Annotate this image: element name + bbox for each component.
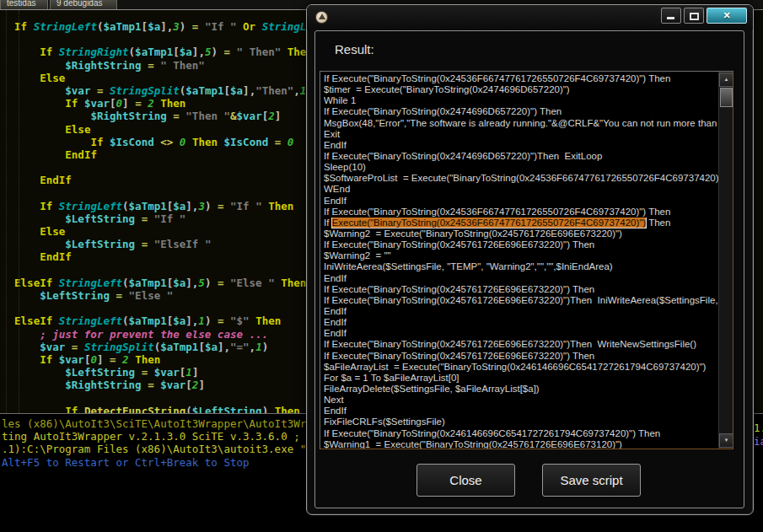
console-line: les (x86)\AutoIt3\SciTE\AutoIt3Wrapper\A… [2, 417, 331, 430]
scroll-down-button[interactable]: ▼ [719, 433, 733, 448]
result-line: FileArrayDelete($SettingsFile, $aFileArr… [324, 384, 718, 395]
up-arrow-icon: ▲ [724, 77, 729, 82]
dialog-panel: Result: If Execute("BinaryToString(0x245… [314, 30, 744, 508]
indent-guide [6, 10, 7, 413]
close-icon: ✕ [723, 10, 730, 20]
result-line: EndIf [324, 196, 718, 207]
result-line: If Execute("BinaryToString(0x2474696D657… [324, 106, 718, 117]
result-line: EndIf [324, 306, 718, 317]
result-line: EndIf [324, 406, 718, 416]
result-line: FixFileCRLFs($SettingsFile) [324, 416, 718, 427]
result-line: EndIf [324, 328, 718, 339]
result-line: If Execute("BinaryToString(0x245761726E6… [324, 351, 718, 362]
indent-guide [19, 10, 19, 413]
result-line: For $a = 1 To $aFileArrayList[0] [324, 373, 718, 384]
selected-text[interactable]: Execute("BinaryToString(0x24536F66747761… [332, 218, 647, 228]
result-line: $SoftwareProList = Execute("BinaryToStri… [324, 173, 718, 184]
result-line: IniWriteAerea($SettingsFile, "TEMP", "Wa… [324, 261, 718, 272]
result-line: $Warning1 = Execute("BinaryToString(0x24… [324, 439, 718, 449]
result-line: WEnd [324, 184, 718, 195]
result-line: If Execute("BinaryToString(0x24536F66747… [324, 218, 718, 228]
result-line: While 1 [324, 95, 718, 106]
result-line: If Execute("BinaryToString(0x2474696D657… [324, 151, 718, 162]
tab-label: 9 debugidas [51, 0, 116, 8]
result-line: Exit [324, 129, 718, 140]
result-label: Result: [335, 42, 374, 56]
result-line: If Execute("BinaryToString(0x245761726E6… [324, 239, 718, 250]
tab-label: testidas [1, 0, 47, 8]
maximize-icon [690, 13, 699, 20]
result-line: If Execute("BinaryToString(0x245761726E6… [324, 339, 718, 350]
close-window-button[interactable]: ✕ [707, 8, 747, 24]
console-line: ting AutoIt3Wrapper v.2.1.3.0 SciTE v.3.… [2, 430, 331, 443]
result-textarea[interactable]: If Execute("BinaryToString(0x24536F66747… [320, 71, 733, 449]
save-script-button[interactable]: Save script [542, 464, 641, 497]
screen: testidas 9 debugidas If StringLeft($aTmp… [0, 0, 763, 532]
close-dialog-button[interactable]: Close [416, 464, 515, 497]
result-line: EndIf [324, 140, 718, 151]
maximize-button[interactable] [684, 8, 704, 24]
result-dialog-window: ✕ Result: If Execute("BinaryToString(0x2… [306, 4, 754, 515]
result-line: Sleep(10) [324, 162, 718, 173]
result-line: MsgBox(48,"Error","The software is alrea… [324, 118, 718, 129]
scroll-thumb[interactable] [720, 88, 733, 107]
result-line: Next [324, 395, 718, 406]
down-arrow-icon: ▼ [724, 438, 729, 443]
console-fragment: 1.a [754, 422, 763, 434]
result-line: If Execute("BinaryToString(0x246146696C6… [324, 428, 718, 439]
result-line: $timer = Execute("BinaryToString(0x24746… [324, 84, 718, 95]
console-fragment: iag [754, 435, 763, 448]
result-line: $aFileArrayList = Execute("BinaryToStrin… [324, 362, 718, 373]
result-line: EndIf [324, 317, 718, 328]
window-controls: ✕ [661, 8, 747, 24]
result-line: If Execute("BinaryToString(0x24536F66747… [324, 73, 718, 84]
console-line: .1):C:\Program Files (x86)\AutoIt3\autoi… [2, 443, 325, 455]
tab-testidas[interactable]: testidas [0, 0, 48, 9]
result-line: $Warning2 = "" [324, 250, 718, 261]
result-line: If Execute("BinaryToString(0x245761726E6… [324, 284, 718, 295]
scroll-up-button[interactable]: ▲ [719, 73, 733, 87]
dialog-titlebar[interactable]: ✕ [307, 5, 753, 30]
result-line: EndIf [324, 273, 718, 284]
result-line: If Execute("BinaryToString(0x24536F66747… [324, 207, 718, 218]
tab-debugidas[interactable]: 9 debugidas [50, 0, 117, 9]
result-line: $Warning2 = Execute("BinaryToString(0x24… [324, 228, 718, 239]
result-text[interactable]: If Execute("BinaryToString(0x24536F66747… [324, 73, 718, 449]
scrollbar[interactable]: ▲ ▼ [718, 72, 733, 449]
console-line: Alt+F5 to Restart or Ctrl+Break to Stop [2, 456, 250, 469]
result-line: If Execute("BinaryToString(0x245761726E6… [324, 295, 718, 306]
minimize-button[interactable] [661, 8, 681, 24]
minimize-icon [667, 17, 674, 19]
autoit-logo-icon [315, 11, 328, 24]
